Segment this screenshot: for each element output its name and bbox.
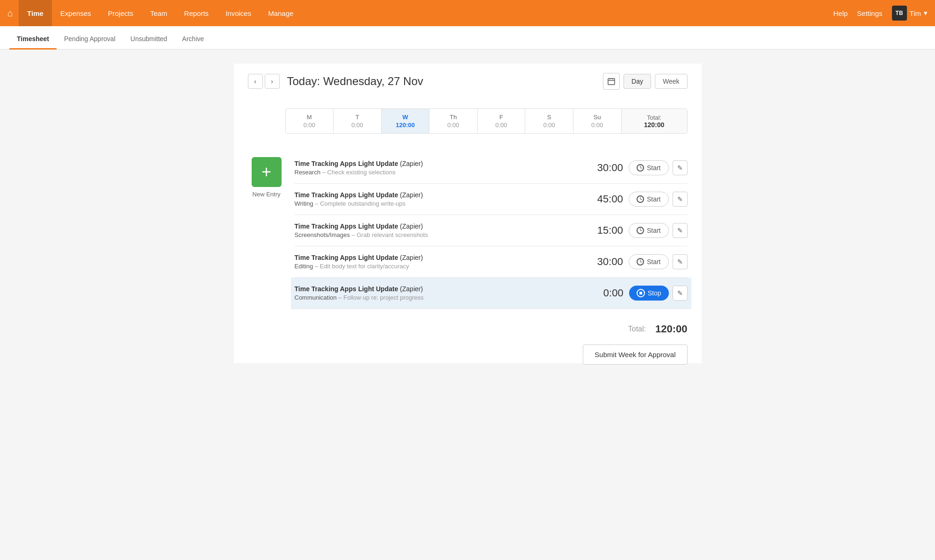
entry-project-1: Time Tracking Apps Light Update (Zapier) [295,160,586,167]
main-content: ‹ › Today: Wednesday, 27 Nov Day Week [234,64,702,363]
active-timer-row: Time Tracking Apps Light Update (Zapier)… [291,278,691,309]
calendar-button[interactable] [603,73,620,90]
task-name-3: Screenshots/Images [295,231,350,238]
start-button-1[interactable]: Start [629,160,669,175]
nav-item-reports[interactable]: Reports [176,0,217,26]
entry-task-1: Research – Check existing selections [295,169,586,176]
clock-icon-1 [637,164,644,172]
entry-task-5: Communication – Follow up re: project pr… [295,294,586,301]
new-entry-label: New Entry [253,191,281,198]
edit-button-2[interactable]: ✎ [673,192,688,207]
tab-pending-approval[interactable]: Pending Approval [57,35,123,50]
nav-item-team[interactable]: Team [142,0,176,26]
pencil-icon-1: ✎ [677,164,683,172]
total-value: 120:00 [627,121,681,129]
tab-unsubmitted[interactable]: Unsubmitted [123,35,175,50]
total-row: Total: 120:00 [248,323,688,335]
sub-nav: Timesheet Pending Approval Unsubmitted A… [0,26,935,50]
submit-week-button[interactable]: Submit Week for Approval [583,345,687,365]
clock-icon-4 [637,258,644,266]
user-name: Tim [910,9,921,17]
user-menu[interactable]: TB Tim ▾ [892,6,928,21]
date-nav: ‹ › Today: Wednesday, 27 Nov Day Week [248,73,688,90]
day-hours-s: 0:00 [531,122,567,129]
day-label-th: Th [435,114,471,121]
top-nav: ⌂ Time Expenses Projects Team Reports In… [0,0,935,26]
help-link[interactable]: Help [834,9,848,17]
entry-project-4: Time Tracking Apps Light Update (Zapier) [295,254,586,261]
day-label-w: W [387,114,424,121]
nav-item-projects[interactable]: Projects [100,0,142,26]
nav-item-expenses[interactable]: Expenses [52,0,100,26]
footer-total-value: 120:00 [655,323,688,335]
new-entry-button[interactable]: + [252,157,282,187]
start-label-4: Start [647,258,661,266]
stop-icon [637,289,645,297]
edit-button-5[interactable]: ✎ [673,286,688,301]
footer-section: Total: 120:00 Submit Week for Approval [248,323,688,335]
task-desc-3: – [352,231,357,238]
entry-time-5: 0:00 [586,287,623,299]
entry-time-3: 15:00 [586,224,623,237]
entry-row: Time Tracking Apps Light Update (Zapier)… [295,152,688,184]
task-desc-4: – [315,263,320,270]
new-entry-column [248,99,285,108]
week-view-button[interactable]: Week [655,74,688,89]
start-label-3: Start [647,227,661,234]
prev-day-button[interactable]: ‹ [248,74,263,89]
settings-link[interactable]: Settings [857,9,882,17]
pencil-icon-4: ✎ [677,258,683,266]
day-hours-w: 120:00 [387,122,424,129]
calendar-icon [608,78,615,85]
task-description-5: Follow up re: project progress [343,294,423,301]
project-name-4: Time Tracking Apps Light Update [295,254,399,261]
footer-total-label: Total: [628,325,646,333]
day-cell-friday: F 0:00 [478,109,526,133]
nav-item-manage[interactable]: Manage [260,0,302,26]
day-label-s: S [531,114,567,121]
next-day-button[interactable]: › [265,74,280,89]
tab-timesheet[interactable]: Timesheet [9,35,57,50]
task-name-1: Research [295,169,321,176]
edit-button-4[interactable]: ✎ [673,254,688,269]
start-button-4[interactable]: Start [629,254,669,269]
stop-button[interactable]: Stop [629,286,669,301]
day-cell-tuesday: T 0:00 [333,109,382,133]
nav-item-invoices[interactable]: Invoices [217,0,260,26]
day-hours-su: 0:00 [579,122,616,129]
date-nav-controls: ‹ › [248,74,280,89]
date-title: Today: Wednesday, 27 Nov [287,75,603,88]
svg-rect-0 [608,79,615,85]
edit-button-1[interactable]: ✎ [673,160,688,175]
edit-button-3[interactable]: ✎ [673,223,688,238]
stop-label: Stop [648,289,661,297]
day-cell-saturday: S 0:00 [525,109,573,133]
project-name-5: Time Tracking Apps Light Update [295,285,399,293]
day-cell-wednesday[interactable]: W 120:00 [382,109,430,133]
day-cell-thursday: Th 0:00 [429,109,478,133]
plus-icon: + [261,162,271,182]
entries-with-new: + New Entry Time Tracking Apps Light Upd… [248,152,688,309]
day-label-f: F [483,114,520,121]
start-button-3[interactable]: Start [629,223,669,238]
tab-archive[interactable]: Archive [174,35,211,50]
entry-info-5: Time Tracking Apps Light Update (Zapier)… [295,285,586,301]
nav-item-time[interactable]: Time [19,0,52,26]
nav-right: Help Settings TB Tim ▾ [834,6,928,21]
project-name-1: Time Tracking Apps Light Update [295,160,399,167]
task-name-5: Communication [295,294,337,301]
total-label: Total: [627,114,681,121]
pencil-icon-3: ✎ [677,227,683,234]
task-description-4: Edit body text for clarity/accuracy [320,263,409,270]
client-3: (Zapier) [400,223,423,230]
home-icon[interactable]: ⌂ [7,8,13,19]
day-grid: M 0:00 T 0:00 W 120:00 Th 0:00 F 0:00 S … [285,108,688,134]
day-cell-sunday: Su 0:00 [573,109,622,133]
view-controls: Day Week [603,73,687,90]
entry-task-2: Writing – Complete outstanding write-ups [295,200,586,207]
nav-items: Time Expenses Projects Team Reports Invo… [19,0,833,26]
start-button-2[interactable]: Start [629,192,669,207]
pencil-icon-2: ✎ [677,195,683,203]
day-view-button[interactable]: Day [623,74,651,89]
client-1: (Zapier) [400,160,423,167]
